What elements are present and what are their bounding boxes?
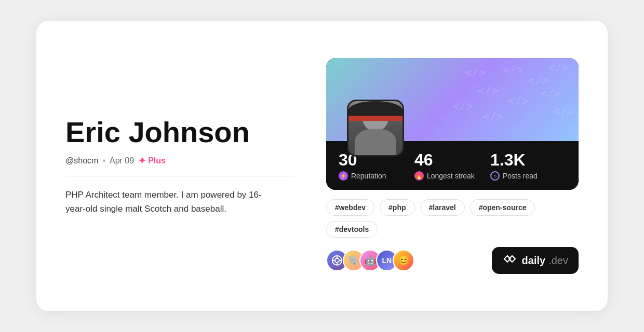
stat-streak: 46 🔥 Longest streak: [414, 151, 490, 181]
plus-diamond-icon: ✦: [138, 155, 146, 167]
brand-dev: .dev: [548, 255, 568, 267]
code-symbol-5: </>: [528, 74, 549, 87]
tags-section: #webdev #php #laravel #open-source #devt…: [326, 199, 579, 238]
posts-read-icon: ○: [490, 171, 500, 181]
posts-read-label: ○ Posts read: [490, 171, 566, 181]
avatar: [347, 100, 404, 157]
brand-daily: daily: [522, 255, 546, 267]
brand-logo: daily .dev: [522, 255, 568, 267]
streak-icon: 🔥: [414, 171, 424, 181]
streak-label: 🔥 Longest streak: [414, 171, 490, 181]
avatar-cap: [348, 101, 403, 119]
user-name: Eric Johnson: [65, 116, 295, 148]
streak-text: Longest streak: [427, 172, 475, 180]
right-section: </> </> </> </> </> </> </> </> </> </>: [326, 58, 579, 274]
tag-php[interactable]: #php: [380, 199, 414, 216]
code-symbol-4: </>: [452, 100, 473, 113]
code-symbol-3: </>: [478, 84, 499, 97]
posts-read-value: 1.3K: [490, 151, 566, 168]
user-bio: PHP Architect team member. I am powered …: [65, 188, 273, 216]
avatar-image: [348, 101, 403, 155]
stat-posts-read: 1.3K ○ Posts read: [490, 151, 566, 181]
user-handle: @shocm: [65, 156, 98, 165]
code-symbol-2: </>: [503, 63, 524, 76]
code-symbol-1: </>: [465, 66, 486, 79]
code-symbol-6: </>: [508, 94, 529, 107]
brand-icon: [502, 253, 517, 268]
reputation-label: ⚡ Reputation: [339, 171, 414, 181]
code-symbol-7: </>: [482, 110, 503, 123]
divider: [65, 176, 295, 176]
reputation-icon: ⚡: [339, 171, 348, 181]
posts-read-text: Posts read: [503, 172, 538, 180]
code-symbol-8: </>: [548, 61, 569, 74]
profile-visual-card: </> </> </> </> </> </> </> </> </> </>: [326, 58, 579, 190]
tag-laravel[interactable]: #laravel: [420, 199, 465, 216]
follower-avatar-5: 😊: [393, 250, 414, 271]
reputation-text: Reputation: [351, 172, 386, 180]
code-symbol-9: </>: [541, 87, 561, 100]
followers-section: 🐘 🤖 LN 😊: [326, 247, 579, 274]
plus-label: Plus: [148, 156, 166, 165]
svg-point-1: [335, 258, 339, 262]
user-date: Apr 09: [110, 156, 134, 165]
user-meta: @shocm • Apr 09 ✦ Plus: [65, 155, 295, 167]
code-symbol-10: </>: [553, 105, 574, 118]
branding: daily .dev: [492, 247, 579, 274]
plus-badge: ✦ Plus: [138, 155, 166, 167]
streak-value: 46: [414, 151, 490, 168]
tag-open-source[interactable]: #open-source: [470, 199, 535, 216]
profile-card: Eric Johnson @shocm • Apr 09 ✦ Plus PHP …: [36, 21, 608, 311]
tag-webdev[interactable]: #webdev: [326, 199, 374, 216]
tag-devtools[interactable]: #devtools: [326, 221, 378, 238]
follower-avatars: 🐘 🤖 LN 😊: [326, 250, 414, 271]
left-section: Eric Johnson @shocm • Apr 09 ✦ Plus PHP …: [65, 116, 295, 216]
profile-banner: </> </> </> </> </> </> </> </> </> </>: [326, 58, 579, 141]
avatar-wrapper: [347, 100, 404, 157]
dot-separator: •: [102, 156, 105, 165]
